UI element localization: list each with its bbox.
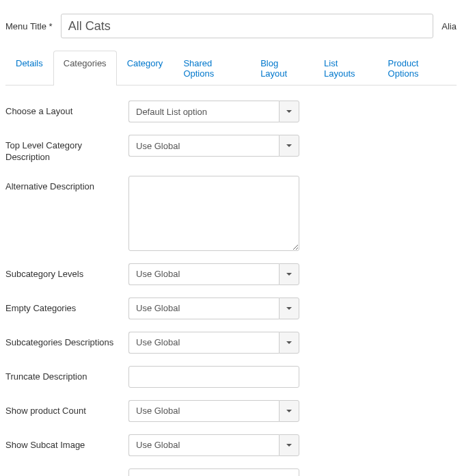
field-truncate-desc: Truncate Description: [5, 366, 457, 388]
subcat-descriptions-label: Subcategories Descriptions: [5, 332, 128, 349]
tab-details[interactable]: Details: [5, 51, 53, 85]
field-subcat-descriptions: Subcategories Descriptions: [5, 332, 457, 354]
top-level-desc-toggle[interactable]: [279, 135, 299, 157]
field-empty-categories: Empty Categories: [5, 298, 457, 319]
alt-desc-label: Alternative Description: [5, 176, 128, 193]
empty-categories-select[interactable]: [128, 298, 299, 319]
top-level-desc-label: Top Level Category Description: [5, 135, 128, 163]
show-product-count-select[interactable]: [128, 400, 299, 422]
show-product-count-value[interactable]: [128, 400, 279, 422]
truncate-desc-label: Truncate Description: [5, 366, 128, 383]
tab-product-options[interactable]: Product Options: [378, 51, 457, 85]
chevron-down-icon: [286, 273, 292, 276]
menu-title-input[interactable]: [61, 14, 434, 38]
tabs: Details Categories Category Shared Optio…: [5, 51, 457, 85]
menu-title-label: Menu Title *: [5, 21, 53, 31]
subcat-levels-value[interactable]: [128, 263, 279, 285]
alt-desc-textarea[interactable]: [128, 176, 299, 251]
chevron-down-icon: [286, 341, 292, 344]
image-height-input[interactable]: [128, 468, 299, 476]
tab-shared-options[interactable]: Shared Options: [173, 51, 250, 85]
image-height-label: Image Height: [5, 468, 128, 476]
chevron-down-icon: [286, 307, 292, 310]
tab-list-layouts[interactable]: List Layouts: [314, 51, 378, 85]
show-subcat-image-label: Show Subcat Image: [5, 434, 128, 451]
show-product-count-label: Show product Count: [5, 400, 128, 417]
field-show-subcat-image: Show Subcat Image: [5, 434, 457, 456]
subcat-levels-label: Subcategory Levels: [5, 263, 128, 280]
field-choose-layout: Choose a Layout: [5, 101, 457, 122]
truncate-desc-input[interactable]: [128, 366, 299, 388]
alias-label: Alia: [441, 21, 457, 31]
tab-blog-layout[interactable]: Blog Layout: [250, 51, 314, 85]
subcat-descriptions-select[interactable]: [128, 332, 299, 354]
field-top-level-desc: Top Level Category Description: [5, 135, 457, 163]
chevron-down-icon: [286, 110, 292, 113]
tab-categories[interactable]: Categories: [53, 51, 117, 85]
choose-layout-toggle[interactable]: [279, 101, 299, 122]
choose-layout-value[interactable]: [128, 101, 279, 122]
chevron-down-icon: [286, 444, 292, 447]
chevron-down-icon: [286, 144, 292, 147]
subcat-levels-toggle[interactable]: [279, 263, 299, 285]
show-subcat-image-select[interactable]: [128, 434, 299, 456]
empty-categories-toggle[interactable]: [279, 298, 299, 319]
field-alt-desc: Alternative Description: [5, 176, 457, 251]
show-subcat-image-toggle[interactable]: [279, 434, 299, 456]
subcat-descriptions-toggle[interactable]: [279, 332, 299, 354]
field-show-product-count: Show product Count: [5, 400, 457, 422]
choose-layout-label: Choose a Layout: [5, 101, 128, 118]
field-subcat-levels: Subcategory Levels: [5, 263, 457, 285]
show-product-count-toggle[interactable]: [279, 400, 299, 422]
empty-categories-value[interactable]: [128, 298, 279, 319]
top-level-desc-select[interactable]: [128, 135, 299, 157]
title-row: Menu Title * Alia: [5, 14, 457, 38]
chevron-down-icon: [286, 410, 292, 412]
field-image-height: Image Height: [5, 468, 457, 476]
tab-category[interactable]: Category: [117, 51, 174, 85]
choose-layout-select[interactable]: [128, 101, 299, 122]
show-subcat-image-value[interactable]: [128, 434, 279, 456]
subcat-descriptions-value[interactable]: [128, 332, 279, 354]
top-level-desc-value[interactable]: [128, 135, 279, 157]
empty-categories-label: Empty Categories: [5, 298, 128, 315]
subcat-levels-select[interactable]: [128, 263, 299, 285]
